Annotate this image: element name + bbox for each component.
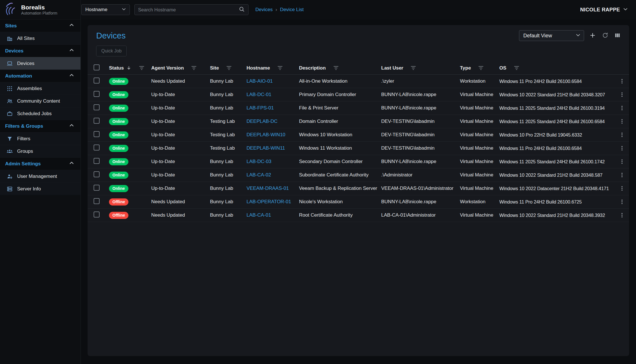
sidebar-item-user-management[interactable]: User Management: [0, 170, 80, 182]
sidebar-empty-space: [0, 195, 80, 364]
sidebar-section-automation[interactable]: Automation: [0, 70, 80, 82]
hostname-link[interactable]: LAB-OPERATOR-01: [247, 199, 291, 204]
filter-icon[interactable]: [191, 66, 197, 70]
agent-version-cell: Up-to-Date: [151, 186, 210, 191]
row-menu-button[interactable]: [619, 158, 625, 165]
quick-job-button[interactable]: Quick Job: [96, 46, 127, 56]
column-header-agent-version[interactable]: Agent Version: [151, 65, 210, 71]
row-checkbox[interactable]: [94, 158, 100, 164]
row-checkbox[interactable]: [94, 118, 100, 124]
column-header-description[interactable]: Description: [299, 65, 381, 71]
row-menu-button[interactable]: [619, 185, 625, 192]
chevron-up-icon: [68, 122, 75, 130]
row-menu-button[interactable]: [619, 91, 625, 98]
sidebar-section-admin-settings[interactable]: Admin Settings: [0, 157, 80, 170]
table-row: OnlineNeeds UpdatedBunny LabLAB-AIO-01Al…: [88, 75, 629, 88]
filter-icon[interactable]: [139, 66, 144, 70]
main-column: Hostname Devices › Device List NICOLE RA…: [81, 0, 636, 364]
description-cell: File & Print Server: [299, 105, 381, 111]
column-header-site[interactable]: Site: [210, 65, 247, 71]
sidebar-item-scheduled-jobs[interactable]: Scheduled Jobs: [0, 107, 80, 120]
row-checkbox[interactable]: [94, 145, 100, 151]
select-all-checkbox[interactable]: [94, 64, 100, 70]
row-checkbox[interactable]: [94, 104, 100, 110]
row-menu-button[interactable]: [619, 78, 625, 84]
breadcrumb-devices-link[interactable]: Devices: [255, 7, 272, 13]
hostname-link[interactable]: LAB-CA-01: [247, 212, 271, 218]
table-row: OnlineUp-to-DateBunny LabLAB-FPS-01File …: [88, 101, 629, 115]
hostname-link[interactable]: DEEPLAB-DC: [247, 119, 278, 124]
column-header-os[interactable]: OS: [499, 65, 613, 71]
column-header-type[interactable]: Type: [460, 65, 499, 71]
sidebar-item-groups[interactable]: Groups: [0, 145, 80, 157]
hostname-link[interactable]: VEEAM-DRAAS-01: [247, 186, 289, 191]
search-field-dropdown[interactable]: Hostname: [81, 4, 130, 15]
column-header-hostname[interactable]: Hostname: [247, 65, 299, 71]
filter-icon[interactable]: [226, 66, 232, 70]
sidebar-item-assemblies[interactable]: Assemblies: [0, 82, 80, 95]
row-checkbox[interactable]: [94, 131, 100, 137]
sort-desc-icon[interactable]: [126, 65, 132, 71]
view-selector-dropdown[interactable]: Default View: [519, 30, 584, 41]
add-view-button[interactable]: [589, 31, 597, 40]
search-icon[interactable]: [239, 6, 245, 14]
sidebar-item-label: Assemblies: [17, 86, 42, 91]
last-user-cell: BUNNY-LAB\nicole.rappe: [381, 105, 460, 111]
sidebar-item-community-content[interactable]: Community Content: [0, 95, 80, 107]
columns-button[interactable]: [614, 32, 621, 40]
filter-icon[interactable]: [277, 66, 283, 70]
hostname-link[interactable]: DEEPLAB-WIN10: [247, 132, 285, 137]
breadcrumb-device-list-link[interactable]: Device List: [280, 7, 304, 13]
filter-icon[interactable]: [333, 66, 339, 70]
agent-version-cell: Up-to-Date: [151, 119, 210, 124]
hostname-link[interactable]: LAB-DC-03: [247, 159, 271, 164]
sidebar-item-all-sites[interactable]: All Sites: [0, 32, 80, 44]
row-menu-button[interactable]: [619, 212, 625, 218]
refresh-button[interactable]: [601, 31, 609, 40]
row-checkbox[interactable]: [94, 78, 100, 84]
row-checkbox[interactable]: [94, 171, 100, 177]
hostname-link[interactable]: LAB-FPS-01: [247, 105, 274, 111]
row-menu-button[interactable]: [619, 199, 625, 205]
description-cell: Windows 10 Workstation: [299, 132, 381, 138]
chevron-down-icon: [622, 6, 629, 14]
sidebar-item-filters[interactable]: Filters: [0, 132, 80, 145]
hostname-link[interactable]: LAB-AIO-01: [247, 78, 273, 84]
filter-icon[interactable]: [514, 66, 519, 70]
view-selector-value: Default View: [523, 33, 552, 39]
sidebar-section-devices[interactable]: Devices: [0, 44, 80, 57]
devices-panel: Devices Default View: [88, 25, 629, 356]
hostname-link[interactable]: LAB-DC-01: [247, 92, 271, 97]
row-menu-button[interactable]: [619, 145, 625, 151]
agent-version-cell: Up-to-Date: [151, 159, 210, 164]
sidebar-section-sites[interactable]: Sites: [0, 19, 80, 32]
status-badge: Offline: [109, 198, 128, 206]
hostname-link[interactable]: LAB-CA-02: [247, 172, 271, 178]
device-table-header-row: StatusAgent VersionSiteHostnameDescripti…: [88, 62, 629, 75]
user-menu[interactable]: NICOLE RAPPE: [580, 6, 629, 14]
devices-icon: [6, 60, 13, 67]
row-checkbox[interactable]: [94, 212, 100, 217]
type-cell: Virtual Machine: [460, 92, 499, 97]
row-checkbox[interactable]: [94, 91, 100, 97]
agent-version-cell: Needs Updated: [151, 199, 210, 205]
sidebar-item-devices[interactable]: Devices: [0, 57, 80, 70]
row-checkbox[interactable]: [94, 185, 100, 191]
column-header-last-user[interactable]: Last User: [381, 65, 460, 71]
row-menu-button[interactable]: [619, 118, 625, 125]
search-input[interactable]: [138, 7, 239, 13]
description-cell: Windows 11 Workstation: [299, 145, 381, 151]
sidebar-item-server-info[interactable]: Server Info: [0, 182, 80, 195]
site-cell: Bunny Lab: [210, 159, 247, 164]
sidebar-section-filters-groups[interactable]: Filters & Groups: [0, 120, 80, 132]
hostname-link[interactable]: DEEPLAB-WIN11: [247, 145, 285, 151]
site-cell: Testing Lab: [210, 145, 247, 151]
row-menu-button[interactable]: [619, 172, 625, 178]
filter-icon[interactable]: [478, 66, 484, 70]
row-menu-button[interactable]: [619, 105, 625, 111]
filter-icon[interactable]: [411, 66, 416, 70]
last-user-cell: BUNNY-LAB\nicole.rappe: [381, 199, 460, 205]
column-header-status[interactable]: Status: [109, 65, 151, 71]
row-menu-button[interactable]: [619, 132, 625, 138]
row-checkbox[interactable]: [94, 198, 100, 204]
